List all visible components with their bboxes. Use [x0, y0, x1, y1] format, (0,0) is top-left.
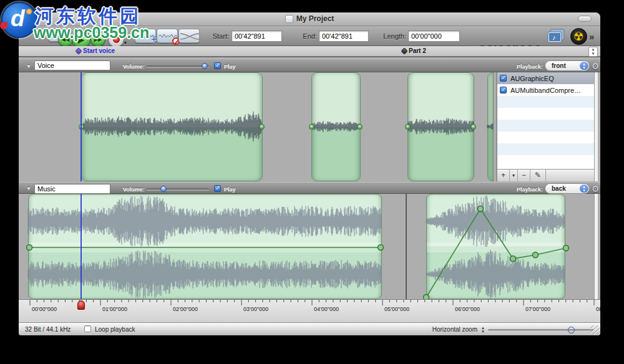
disclosure-triangle-icon[interactable]: ▼: [26, 186, 31, 191]
popup-stepper-icon: ▲▼: [580, 62, 588, 70]
burn-disc-icon[interactable]: ☢: [570, 28, 587, 45]
length-input[interactable]: [408, 31, 460, 42]
effect-row-empty[interactable]: [497, 143, 594, 155]
effects-list: AUGraphicEQAUMultibandCompre…: [497, 72, 594, 167]
loop-playback-checkbox[interactable]: [84, 325, 91, 332]
marker-part-2[interactable]: Part 2: [402, 47, 426, 54]
playhead-pin[interactable]: [77, 300, 85, 310]
clip-volume-handle[interactable]: [470, 124, 476, 130]
music-volume-thumb[interactable]: [160, 186, 167, 192]
timeline-ruler[interactable]: 00'00"00001'00"00002'00"00003'00"00004'0…: [19, 299, 600, 322]
voice-play-checkbox[interactable]: [214, 62, 221, 69]
effect-enabled-checkbox[interactable]: [500, 75, 507, 82]
scroll-up-icon[interactable]: ▲: [592, 47, 595, 52]
play-label: Play: [224, 64, 236, 70]
playhead-line[interactable]: [80, 72, 82, 181]
toolbar: ◀◀ ▶ ▶▶ ▾ ＋ Start: End: Length:: [19, 26, 600, 46]
media-browser-button[interactable]: ♪: [547, 29, 566, 44]
ruler-time-label: 05'00"000: [384, 306, 409, 312]
voice-track-header: ▼ Volume: Play Playback: front ▲▼ ⚙: [19, 59, 600, 72]
voice-volume-slider[interactable]: [147, 65, 209, 67]
toolbar-overflow-chevron[interactable]: »: [589, 31, 594, 42]
marker-diamond-icon: [401, 47, 407, 54]
effect-row-empty[interactable]: [497, 132, 594, 143]
add-effect-menu-button[interactable]: ▾: [510, 170, 518, 181]
voice-gear-icon[interactable]: ⚙: [592, 61, 600, 71]
end-input[interactable]: [319, 31, 369, 42]
document-proxy-icon[interactable]: [285, 15, 293, 23]
insert-audio-button[interactable]: ＋: [135, 29, 156, 43]
delete-audio-button[interactable]: [157, 29, 178, 43]
add-effect-button[interactable]: +: [497, 170, 510, 181]
app-window: My Project ◀◀ ▶ ▶▶ ▾ ＋: [19, 12, 600, 335]
voice-scrollbar-strip[interactable]: [594, 72, 598, 181]
music-track-body[interactable]: [19, 194, 600, 299]
effect-row[interactable]: AUGraphicEQ: [497, 72, 594, 84]
ruler-time-label: 06'00"000: [455, 306, 480, 312]
resize-grip[interactable]: [590, 325, 600, 335]
ruler-ticks: [19, 300, 600, 306]
voice-track-name-input[interactable]: [34, 60, 110, 70]
voice-track-body[interactable]: AUGraphicEQAUMultibandCompre… + ▾ − ✎: [19, 72, 600, 181]
clip-volume-handle[interactable]: [259, 124, 265, 130]
title-bar[interactable]: My Project: [19, 12, 600, 26]
zoom-stepper[interactable]: ▲▼: [481, 326, 485, 333]
screen: My Project ◀◀ ▶ ▶▶ ▾ ＋: [0, 0, 624, 364]
record-options-caret[interactable]: ▾: [124, 40, 127, 46]
effect-row-empty[interactable]: [497, 120, 594, 132]
horizontal-zoom-thumb[interactable]: [568, 327, 575, 333]
marker-row[interactable]: Start voice Part 2 ▲▼: [19, 46, 600, 57]
horizontal-zoom-label: Horizontal zoom: [418, 326, 477, 333]
end-label: End:: [297, 32, 317, 40]
voice-playback-select[interactable]: front ▲▼: [545, 60, 590, 71]
music-volume-slider[interactable]: [147, 188, 209, 190]
music-play-checkbox[interactable]: [214, 185, 221, 192]
music-track-name-input[interactable]: [34, 184, 110, 194]
clip-volume-handle[interactable]: [309, 124, 314, 130]
start-input[interactable]: [232, 31, 282, 42]
effect-row[interactable]: AUMultibandCompre…: [497, 84, 594, 96]
marker-label: Start voice: [83, 47, 115, 54]
record-dot-icon: [113, 36, 120, 43]
horizontal-zoom-slider[interactable]: [488, 329, 594, 331]
length-label: Length:: [377, 32, 406, 40]
audio-clip[interactable]: [487, 72, 494, 181]
voice-volume-thumb[interactable]: [202, 63, 208, 69]
playhead-line[interactable]: [80, 194, 82, 299]
ruler-time-label: 04'00"000: [314, 306, 339, 312]
effect-row-empty[interactable]: [497, 155, 594, 167]
ruler-time-label: 00'00"000: [32, 306, 57, 312]
marker-scroll-buttons[interactable]: ▲▼: [588, 47, 598, 57]
effect-row-empty[interactable]: [497, 108, 594, 120]
effects-panel: AUGraphicEQAUMultibandCompre… + ▾ − ✎: [496, 72, 594, 181]
ruler-time-label: 03'00"000: [243, 306, 268, 312]
play-label: Play: [224, 186, 236, 193]
fast-forward-button[interactable]: ▶▶: [90, 32, 105, 47]
volume-label: Volume:: [123, 186, 145, 193]
audio-region[interactable]: [426, 194, 565, 299]
rewind-button[interactable]: ◀◀: [58, 32, 73, 47]
marker-start-voice[interactable]: Start voice: [76, 47, 115, 54]
edit-effect-button[interactable]: ✎: [530, 170, 546, 181]
effect-enabled-checkbox[interactable]: [500, 87, 507, 93]
effect-row-empty[interactable]: [497, 96, 594, 108]
audio-clip[interactable]: [407, 72, 474, 181]
audio-clip[interactable]: [311, 72, 361, 181]
music-playback-select[interactable]: back ▲▼: [545, 183, 590, 194]
voice-playback-value: front: [552, 62, 566, 69]
crossfade-button[interactable]: [178, 29, 200, 43]
clip-volume-handle[interactable]: [357, 124, 363, 130]
ruler-time-label: 07'00"000: [525, 306, 550, 312]
audio-clip[interactable]: [81, 72, 263, 181]
svg-text:♪: ♪: [552, 34, 556, 41]
ruler-time-label: 02'00"000: [173, 306, 198, 312]
popup-stepper-icon: ▲▼: [580, 184, 588, 193]
clip-volume-handle[interactable]: [405, 124, 411, 130]
record-button[interactable]: [108, 31, 124, 47]
scroll-down-icon[interactable]: ▼: [592, 52, 595, 56]
music-scrollbar-strip[interactable]: [594, 194, 598, 299]
toolbar-toggle-button[interactable]: [578, 16, 592, 22]
remove-effect-button[interactable]: −: [518, 170, 530, 181]
disclosure-triangle-icon[interactable]: ▼: [26, 64, 31, 69]
music-gear-icon[interactable]: ⚙: [592, 184, 600, 194]
